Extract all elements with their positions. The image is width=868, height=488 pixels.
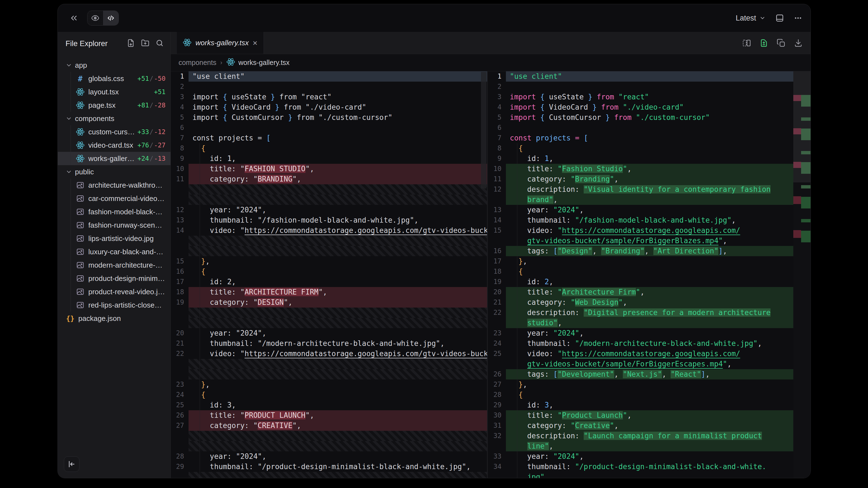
code-line-new[interactable]: 15 video: "https://commondatastorage.goo… bbox=[488, 225, 810, 236]
code-line-old[interactable]: 11 category: "BRANDING", bbox=[171, 174, 487, 184]
tree-folder-components[interactable]: components bbox=[58, 112, 170, 125]
code-line-new[interactable]: 18 { bbox=[488, 266, 810, 277]
code-line-new[interactable]: 16 tags: ["Design", "Branding", "Art Dir… bbox=[488, 246, 810, 256]
tree-file-product-reveal-video.j-[interactable]: product-reveal-video.j… bbox=[58, 285, 170, 298]
code-line-old[interactable]: 23 }, bbox=[171, 380, 487, 390]
version-dropdown[interactable]: Latest bbox=[736, 14, 766, 23]
panel-bottom-icon[interactable] bbox=[776, 14, 784, 22]
code-line-old[interactable]: 16 { bbox=[171, 266, 487, 277]
code-line-old[interactable]: 19 category: "DESIGN", bbox=[171, 297, 487, 307]
tree-file-modern-architecture-[interactable]: modern-architecture-… bbox=[58, 258, 170, 272]
new-file-icon[interactable] bbox=[127, 39, 135, 48]
tree-file-architecture-walkthro-[interactable]: architecture-walkthro… bbox=[58, 178, 170, 192]
code-line-old[interactable]: 21 thumbnail: "/modern-architecture-blac… bbox=[171, 338, 487, 349]
code-line-new[interactable]: 20 title: "Architecture Firm", bbox=[488, 287, 810, 297]
copy-icon[interactable] bbox=[777, 39, 785, 47]
code-line-new[interactable]: brand", bbox=[488, 195, 810, 205]
code-line-new[interactable]: 17 }, bbox=[488, 256, 810, 266]
code-line-old[interactable] bbox=[171, 307, 487, 318]
code-line-new[interactable]: 9 id: 1, bbox=[488, 154, 810, 164]
tree-file-red-lips-artistic-close-[interactable]: red-lips-artistic-close… bbox=[58, 298, 170, 312]
code-line-new[interactable]: gtv-videos-bucket/sample/ForBiggerEscape… bbox=[488, 359, 810, 369]
tree-file-video-card.tsx[interactable]: video-card.tsx+76/-27 bbox=[58, 138, 170, 152]
code-line-new[interactable]: 8 { bbox=[488, 143, 810, 154]
preview-toggle-button[interactable] bbox=[88, 11, 103, 25]
code-line-new[interactable]: 31 category: "Creative", bbox=[488, 421, 810, 431]
tree-file-luxury-car-black-and-[interactable]: luxury-car-black-and-… bbox=[58, 245, 170, 258]
tree-file-fashion-runway-scen-[interactable]: fashion-runway-scen… bbox=[58, 219, 170, 232]
tab-works-gallery[interactable]: works-gallery.tsx × bbox=[176, 32, 264, 54]
code-line-old[interactable] bbox=[171, 195, 487, 205]
code-line-old[interactable]: 27 category: "CREATIVE", bbox=[171, 421, 487, 431]
code-line-new[interactable]: 12 description: "Visual identity for a c… bbox=[488, 184, 810, 195]
code-line-new[interactable]: 13 year: "2024", bbox=[488, 205, 810, 215]
code-line-old[interactable]: 29 thumbnail: "/product-design-minimalis… bbox=[171, 462, 487, 472]
split-view-icon[interactable] bbox=[742, 39, 751, 47]
tree-folder-app[interactable]: app bbox=[58, 59, 170, 72]
more-options-icon[interactable] bbox=[794, 14, 802, 22]
code-line-old[interactable] bbox=[171, 472, 487, 478]
collapse-panel-icon[interactable] bbox=[68, 12, 80, 24]
code-line-old[interactable]: 8 { bbox=[171, 143, 487, 154]
new-folder-icon[interactable] bbox=[141, 39, 149, 48]
code-line-new[interactable]: 19 id: 2, bbox=[488, 277, 810, 287]
code-line-new[interactable]: 32 description: "Launch campaign for a m… bbox=[488, 431, 810, 441]
code-line-old[interactable]: 3import { useState } from "react" bbox=[171, 92, 487, 102]
code-line-new[interactable]: 14 thumbnail: "/fashion-model-black-and-… bbox=[488, 215, 810, 225]
left-pane-scrollbar[interactable] bbox=[481, 72, 487, 189]
code-line-old[interactable] bbox=[171, 184, 487, 195]
code-line-new[interactable]: 21 category: "Web Design", bbox=[488, 297, 810, 307]
download-icon[interactable] bbox=[794, 39, 803, 47]
code-line-new[interactable]: 23 year: "2024", bbox=[488, 328, 810, 338]
tree-file-fashion-model-black-[interactable]: fashion-model-black-… bbox=[58, 205, 170, 219]
code-line-new[interactable]: 24 thumbnail: "/modern-architecture-blac… bbox=[488, 338, 810, 349]
code-line-new[interactable]: 4import { VideoCard } from "./video-card… bbox=[488, 102, 810, 112]
code-line-new[interactable]: 26 tags: ["Development", "Next.js", "Rea… bbox=[488, 369, 810, 380]
code-line-new[interactable]: 27 }, bbox=[488, 380, 810, 390]
code-line-old[interactable]: 4import { VideoCard } from "./video-card… bbox=[171, 102, 487, 112]
tree-folder-public[interactable]: public bbox=[58, 165, 170, 178]
code-line-new[interactable]: 5import { CustomCursor } from "./custom-… bbox=[488, 112, 810, 123]
collapse-sidebar-button[interactable] bbox=[64, 456, 80, 472]
code-line-new[interactable]: 25 video: "https://commondatastorage.goo… bbox=[488, 349, 810, 359]
code-line-new[interactable]: jpg", bbox=[488, 472, 810, 478]
tree-file-globals.css[interactable]: #globals.css+51/-50 bbox=[58, 72, 170, 85]
code-line-new[interactable]: 7const projects = [ bbox=[488, 133, 810, 143]
code-line-new[interactable]: studio", bbox=[488, 318, 810, 328]
tree-file-lips-artistic-video.jpg[interactable]: lips-artistic-video.jpg bbox=[58, 232, 170, 245]
code-line-old[interactable] bbox=[171, 441, 487, 451]
breadcrumb-parent[interactable]: components bbox=[179, 59, 216, 67]
tree-file-custom-curs-[interactable]: custom-curs…+33/-12 bbox=[58, 125, 170, 138]
code-line-new[interactable]: 3import { useState } from "react" bbox=[488, 92, 810, 102]
code-line-old[interactable] bbox=[171, 246, 487, 256]
code-line-new[interactable]: 6 bbox=[488, 123, 810, 133]
code-line-old[interactable]: 10 title: "FASHION STUDIO", bbox=[171, 164, 487, 174]
code-line-old[interactable]: 28 year: "2024", bbox=[171, 451, 487, 462]
code-line-old[interactable]: 6 bbox=[171, 123, 487, 133]
code-line-old[interactable] bbox=[171, 431, 487, 441]
code-line-old[interactable]: 25 id: 3, bbox=[171, 400, 487, 410]
code-line-new[interactable]: 10 title: "Fashion Studio", bbox=[488, 164, 810, 174]
code-line-old[interactable]: 7const projects = [ bbox=[171, 133, 487, 143]
code-line-new[interactable]: 2 bbox=[488, 82, 810, 92]
code-line-new[interactable]: 33 year: "2024", bbox=[488, 451, 810, 462]
code-line-old[interactable]: 1"use client" bbox=[171, 71, 487, 82]
code-line-new[interactable]: 30 title: "Product Launch", bbox=[488, 410, 810, 421]
tree-file-page.tsx[interactable]: page.tsx+81/-28 bbox=[58, 99, 170, 112]
code-line-old[interactable]: 15 }, bbox=[171, 256, 487, 266]
code-line-new[interactable]: line", bbox=[488, 441, 810, 451]
code-line-old[interactable]: 18 title: "ARCHITECTURE FIRM", bbox=[171, 287, 487, 297]
code-line-old[interactable]: 5import { CustomCursor } from "./custom-… bbox=[171, 112, 487, 123]
tree-file-layout.tsx[interactable]: layout.tsx+51 bbox=[58, 85, 170, 99]
code-line-old[interactable]: 20 year: "2024", bbox=[171, 328, 487, 338]
code-line-new[interactable]: 1"use client" bbox=[488, 71, 810, 82]
search-icon[interactable] bbox=[155, 39, 164, 48]
close-tab-icon[interactable]: × bbox=[253, 39, 258, 47]
tree-file-car-commercial-video-[interactable]: car-commercial-video… bbox=[58, 192, 170, 205]
code-line-old[interactable]: 13 thumbnail: "/fashion-model-black-and-… bbox=[171, 215, 487, 225]
code-line-new[interactable]: 22 description: "Digital presence for a … bbox=[488, 307, 810, 318]
code-line-old[interactable]: 26 title: "PRODUCT LAUNCH", bbox=[171, 410, 487, 421]
code-line-old[interactable]: 9 id: 1, bbox=[171, 154, 487, 164]
diff-view-icon[interactable] bbox=[760, 39, 768, 47]
code-line-old[interactable]: 17 id: 2, bbox=[171, 277, 487, 287]
